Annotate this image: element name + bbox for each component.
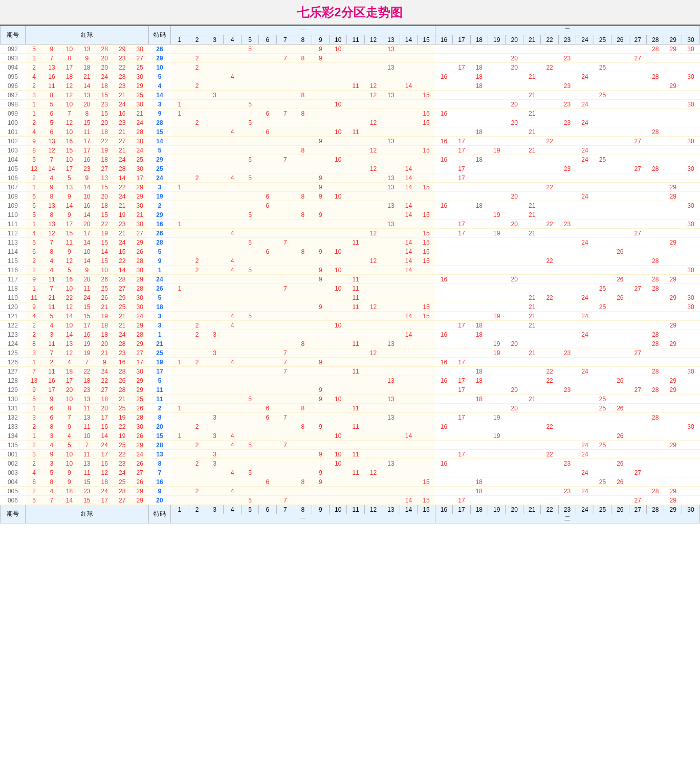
- ball-cell: 13: [78, 413, 96, 422]
- trend-cell: [488, 247, 506, 256]
- trend-cell: [171, 468, 188, 477]
- ball-cell: 13: [43, 220, 60, 229]
- trend-cell: [435, 91, 452, 100]
- trend-cell: [470, 293, 488, 302]
- trend-cell: 15: [418, 109, 435, 118]
- ball-cell: 4: [43, 266, 60, 275]
- tf-period: 期号: [1, 505, 26, 523]
- trend-cell: [558, 293, 576, 302]
- trend-cell: [470, 284, 488, 293]
- trend-cell: 16: [435, 330, 452, 339]
- trend-cell: [453, 81, 470, 91]
- ball-cell: 10: [60, 155, 78, 164]
- ball-cell: 14: [78, 210, 96, 220]
- ball-cell: 26: [96, 275, 113, 284]
- trend-cell: [646, 431, 664, 441]
- period-cell: 101: [1, 127, 26, 137]
- trend-cell: 13: [382, 220, 400, 229]
- trend-cell: 13: [382, 376, 400, 385]
- ball-cell: 14: [96, 247, 113, 256]
- trend-cell: [506, 155, 523, 164]
- ball-cell: 12: [60, 256, 78, 266]
- trend-cell: [611, 173, 629, 183]
- trend-cell: [312, 91, 329, 100]
- trend-cell: [594, 275, 611, 284]
- trend-cell: 22: [541, 422, 558, 431]
- trend-cell: [329, 137, 346, 146]
- th-redball: 红球: [25, 26, 148, 45]
- tf-num-2: 2: [188, 505, 206, 514]
- trend-cell: [523, 266, 540, 275]
- ball-cell: 9: [60, 422, 78, 431]
- trend-cell: [646, 100, 664, 109]
- trend-cell: [364, 173, 382, 183]
- trend-cell: [646, 247, 664, 256]
- trend-cell: 11: [347, 284, 364, 293]
- trend-cell: [241, 330, 258, 339]
- trend-cell: 28: [646, 339, 664, 348]
- trend-cell: [435, 284, 452, 293]
- trend-cell: 26: [611, 477, 629, 487]
- trend-cell: [682, 450, 699, 459]
- trend-cell: [646, 302, 664, 312]
- trend-cell: [276, 247, 294, 256]
- trend-cell: [523, 275, 540, 284]
- trend-cell: [312, 109, 329, 118]
- trend-cell: [488, 220, 506, 229]
- trend-cell: [488, 487, 506, 496]
- trend-cell: [594, 210, 611, 220]
- trend-cell: 29: [664, 275, 682, 284]
- trend-cell: 9: [312, 183, 329, 192]
- trend-cell: [418, 330, 435, 339]
- trend-cell: [611, 330, 629, 339]
- page-title: 七乐彩2分区走势图: [0, 0, 700, 26]
- trend-cell: [312, 118, 329, 127]
- trend-cell: [224, 91, 241, 100]
- ball-cell: 9: [25, 137, 42, 146]
- trend-cell: [470, 164, 488, 173]
- period-cell: 119: [1, 293, 26, 302]
- trend-cell: [488, 321, 506, 330]
- trend-cell: [682, 477, 699, 487]
- table-row: 1029131617222730149131617222730: [1, 137, 700, 146]
- trend-cell: 13: [382, 173, 400, 183]
- tf-num-22: 22: [541, 505, 558, 514]
- trend-cell: [241, 201, 258, 210]
- special-cell: 3: [148, 321, 170, 330]
- trend-cell: 17: [453, 496, 470, 505]
- ball-cell: 11: [78, 404, 96, 413]
- trend-cell: [241, 229, 258, 238]
- trend-cell: [347, 100, 364, 109]
- ball-cell: 1: [25, 358, 42, 367]
- trend-cell: [206, 404, 223, 413]
- trend-cell: [329, 441, 346, 450]
- th-num-30: 30: [682, 35, 699, 45]
- trend-cell: [276, 312, 294, 321]
- trend-cell: [241, 293, 258, 302]
- trend-cell: 3: [206, 91, 223, 100]
- trend-cell: 2: [188, 54, 206, 63]
- trend-cell: [364, 266, 382, 275]
- ball-cell: 30: [131, 220, 149, 229]
- trend-cell: [488, 459, 506, 468]
- trend-cell: [188, 229, 206, 238]
- ball-cell: 1: [25, 431, 42, 441]
- trend-cell: 11: [347, 422, 364, 431]
- trend-cell: [382, 293, 400, 302]
- trend-cell: [470, 468, 488, 477]
- trend-cell: 25: [594, 63, 611, 72]
- trend-cell: [400, 72, 417, 81]
- trend-cell: [347, 496, 364, 505]
- trend-cell: [206, 367, 223, 376]
- table-row: 1124121517192127264121517192127: [1, 229, 700, 238]
- trend-cell: [418, 468, 435, 477]
- trend-cell: [224, 210, 241, 220]
- trend-cell: [241, 413, 258, 422]
- special-cell: 25: [148, 164, 170, 173]
- trend-cell: [347, 91, 364, 100]
- special-cell: 19: [148, 192, 170, 201]
- special-cell: 24: [148, 173, 170, 183]
- trend-cell: [364, 367, 382, 376]
- trend-cell: [664, 348, 682, 358]
- trend-cell: [594, 81, 611, 91]
